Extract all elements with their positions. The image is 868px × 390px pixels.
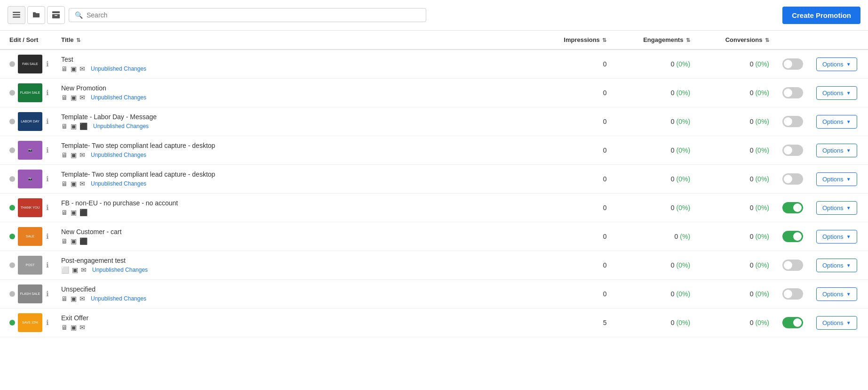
impressions-cell: 0 — [534, 194, 612, 222]
conversion-pct: (0%) — [755, 319, 769, 326]
svg-rect-3 — [52, 11, 60, 13]
options-button[interactable]: Options ▼ — [816, 230, 857, 244]
info-icon[interactable]: ℹ — [46, 261, 49, 269]
toggle-cell — [774, 107, 812, 136]
engagements-cell: 0 (0%) — [611, 165, 695, 194]
toggle-slider — [782, 317, 803, 328]
impressions-cell: 5 — [534, 309, 612, 337]
svg-rect-4 — [52, 14, 60, 18]
device-icons: 🖥 ▣ ⬛ Unpublished Changes — [61, 122, 529, 130]
status-cell: FAN SALE ℹ — [0, 49, 56, 79]
conversion-pct: (0%) — [755, 118, 769, 125]
table-row: 📷 ℹ Template- Two step compliant lead ca… — [0, 165, 868, 194]
conversions-cell: 0 (0%) — [695, 280, 774, 309]
list-view-button[interactable] — [8, 6, 25, 24]
toggle-cell — [774, 251, 812, 280]
title-cell: Post-engagement test ⬜ ▣ ✉ Unpublished C… — [56, 251, 534, 280]
create-promotion-button[interactable]: Create Promotion — [782, 7, 860, 24]
options-label: Options — [822, 204, 844, 211]
engagements-cell: 0 (0%) — [611, 136, 695, 165]
unpublished-changes-link[interactable]: Unpublished Changes — [91, 152, 146, 158]
promotion-title: Test — [61, 56, 529, 63]
status-toggle[interactable] — [782, 202, 803, 213]
options-label: Options — [822, 118, 844, 125]
status-toggle[interactable] — [782, 58, 803, 70]
status-dot — [9, 234, 15, 239]
special-icon: ⬛ — [80, 209, 88, 216]
status-col: FLASH SALE ℹ — [9, 284, 52, 303]
title-cell: Test 🖥 ▣ ✉ Unpublished Changes — [56, 49, 534, 79]
title-cell: New Promotion 🖥 ▣ ✉ Unpublished Changes — [56, 79, 534, 107]
info-icon[interactable]: ℹ — [46, 318, 49, 327]
unpublished-changes-link[interactable]: Unpublished Changes — [91, 94, 146, 101]
options-button[interactable]: Options ▼ — [816, 115, 857, 129]
info-icon[interactable]: ℹ — [46, 232, 49, 241]
info-icon[interactable]: ℹ — [46, 146, 49, 154]
status-toggle[interactable] — [782, 288, 803, 300]
archive-view-button[interactable] — [47, 6, 65, 24]
info-icon[interactable]: ℹ — [46, 60, 49, 68]
options-label: Options — [822, 262, 844, 269]
col-header-options — [812, 31, 868, 49]
col-header-impressions[interactable]: Impressions ⇅ — [534, 31, 612, 49]
options-button[interactable]: Options ▼ — [816, 144, 857, 157]
tablet-icon: ▣ — [71, 94, 77, 101]
status-toggle[interactable] — [782, 116, 803, 127]
info-icon[interactable]: ℹ — [46, 290, 49, 298]
tablet-icon: ▣ — [71, 151, 77, 159]
info-icon[interactable]: ℹ — [46, 89, 49, 97]
engagement-pct: (0%) — [676, 204, 690, 211]
promotion-title: Template- Two step compliant lead captur… — [61, 171, 529, 178]
unpublished-changes-link[interactable]: Unpublished Changes — [91, 295, 146, 302]
toggle-slider — [782, 260, 803, 271]
options-cell: Options ▼ — [812, 136, 868, 165]
info-icon[interactable]: ℹ — [46, 175, 49, 183]
promotion-title: Unspecified — [61, 285, 529, 293]
thumbnail: FLASH SALE — [18, 284, 42, 303]
options-button[interactable]: Options ▼ — [816, 259, 857, 272]
options-cell: Options ▼ — [812, 107, 868, 136]
options-button[interactable]: Options ▼ — [816, 86, 857, 100]
toggle-cell — [774, 280, 812, 309]
folder-view-button[interactable] — [27, 6, 45, 24]
status-toggle[interactable] — [782, 317, 803, 328]
unpublished-changes-link[interactable]: Unpublished Changes — [91, 65, 146, 72]
options-button[interactable]: Options ▼ — [816, 316, 857, 330]
info-icon[interactable]: ℹ — [46, 117, 49, 126]
unpublished-changes-link[interactable]: Unpublished Changes — [92, 267, 148, 273]
title-cell: Unspecified 🖥 ▣ ✉ Unpublished Changes — [56, 280, 534, 309]
status-toggle[interactable] — [782, 87, 803, 98]
tablet-icon: ▣ — [71, 237, 77, 245]
options-button[interactable]: Options ▼ — [816, 57, 857, 71]
email-icon: ✉ — [80, 324, 85, 331]
impressions-cell: 0 — [534, 222, 612, 251]
toggle-slider — [782, 288, 803, 300]
unpublished-changes-link[interactable]: Unpublished Changes — [93, 123, 149, 130]
device-icons: 🖥 ▣ ⬛ — [61, 237, 529, 245]
table-row: POST ℹ Post-engagement test ⬜ ▣ ✉ Unpubl… — [0, 251, 868, 280]
col-header-conversions[interactable]: Conversions ⇅ — [695, 31, 774, 49]
info-icon[interactable]: ℹ — [46, 203, 49, 212]
engagements-cell: 0 (0%) — [611, 194, 695, 222]
status-toggle[interactable] — [782, 231, 803, 242]
engagement-pct: (0%) — [676, 60, 690, 68]
email-icon: ✉ — [80, 295, 85, 302]
options-button[interactable]: Options ▼ — [816, 287, 857, 301]
table-row: THANK YOU ℹ FB - non-EU - no purchase - … — [0, 194, 868, 222]
status-toggle[interactable] — [782, 173, 803, 185]
status-toggle[interactable] — [782, 145, 803, 156]
toggle-slider — [782, 202, 803, 213]
unpublished-changes-link[interactable]: Unpublished Changes — [91, 180, 146, 187]
svg-rect-0 — [13, 12, 20, 13]
status-dot — [9, 90, 15, 96]
email-icon: ✉ — [80, 65, 85, 73]
options-button[interactable]: Options ▼ — [816, 172, 857, 186]
search-input[interactable] — [87, 11, 420, 19]
options-button[interactable]: Options ▼ — [816, 201, 857, 215]
col-header-engagements[interactable]: Engagements ⇅ — [611, 31, 695, 49]
status-cell: 📷 ℹ — [0, 136, 56, 165]
options-cell: Options ▼ — [812, 309, 868, 337]
desktop-icon: 🖥 — [61, 324, 68, 331]
col-header-title[interactable]: Title ⇅ — [56, 31, 534, 49]
status-toggle[interactable] — [782, 260, 803, 271]
